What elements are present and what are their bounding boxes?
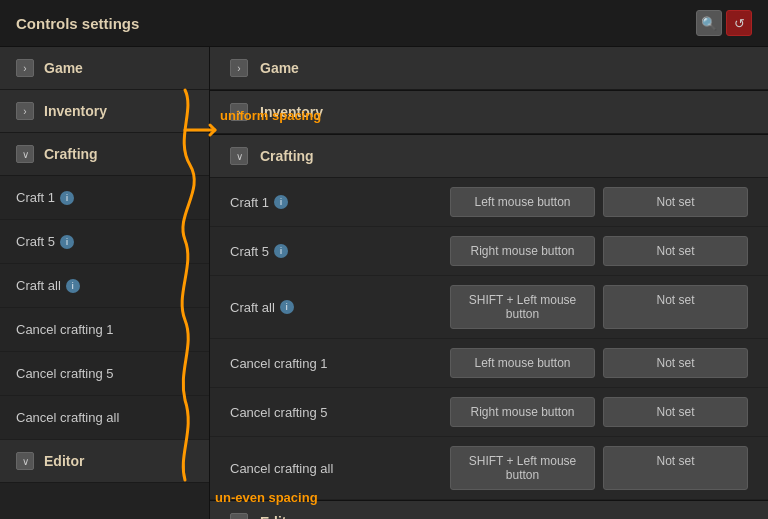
inventory-section-label: Inventory bbox=[260, 104, 323, 120]
crafting-section-arrow: ∨ bbox=[230, 147, 248, 165]
crafting-section-label: Crafting bbox=[260, 148, 314, 164]
craftall-bindings: SHIFT + Left mouse buttonNot set bbox=[450, 285, 748, 329]
sidebar-item-editor[interactable]: ∨ Editor bbox=[0, 440, 209, 483]
craftall-label: Craft alli bbox=[230, 300, 450, 315]
cancelcraft5-primary-btn[interactable]: Right mouse button bbox=[450, 397, 595, 427]
crafting-arrow: ∨ bbox=[16, 145, 34, 163]
editor-arrow: ∨ bbox=[16, 452, 34, 470]
game-section: › Game bbox=[210, 47, 768, 91]
crafting-row-craft1: Craft 1iLeft mouse buttonNot set bbox=[210, 178, 768, 227]
cancelcraft1-primary-btn[interactable]: Left mouse button bbox=[450, 348, 595, 378]
sidebar-craft1-label: Craft 1 i bbox=[16, 190, 176, 205]
editor-section-header[interactable]: ∨ Editor bbox=[210, 501, 768, 519]
crafting-row-craftall: Craft alliSHIFT + Left mouse buttonNot s… bbox=[210, 276, 768, 339]
craft1-info-icon[interactable]: i bbox=[60, 191, 74, 205]
title-bar: Controls settings 🔍 ↺ bbox=[0, 0, 768, 47]
sidebar-item-inventory[interactable]: › Inventory bbox=[0, 90, 209, 133]
game-arrow: › bbox=[16, 59, 34, 77]
sidebar-cancelcraft5-label: Cancel crafting 5 bbox=[16, 366, 176, 381]
sidebar-cancelcraftall-row: Cancel crafting all bbox=[0, 396, 209, 440]
craft1-secondary-btn[interactable]: Not set bbox=[603, 187, 748, 217]
inventory-label: Inventory bbox=[44, 103, 107, 119]
craft5-bindings: Right mouse buttonNot set bbox=[450, 236, 748, 266]
cancelcraftall-label: Cancel crafting all bbox=[230, 461, 450, 476]
crafting-content: Craft 1 i Craft 5 i Craft all i bbox=[0, 176, 209, 440]
crafting-row-cancelcraft5: Cancel crafting 5Right mouse buttonNot s… bbox=[210, 388, 768, 437]
cancelcraftall-bindings: SHIFT + Left mouse buttonNot set bbox=[450, 446, 748, 490]
cancelcraft1-label: Cancel crafting 1 bbox=[230, 356, 450, 371]
inventory-section-header[interactable]: › Inventory bbox=[210, 91, 768, 134]
content-area: › Game › Inventory ∨ Crafting Craft 1 bbox=[0, 47, 768, 519]
craft5-secondary-btn[interactable]: Not set bbox=[603, 236, 748, 266]
search-button[interactable]: 🔍 bbox=[696, 10, 722, 36]
sidebar-craftall-row: Craft all i bbox=[0, 264, 209, 308]
sidebar-item-crafting[interactable]: ∨ Crafting bbox=[0, 133, 209, 176]
crafting-row-cancelcraft1: Cancel crafting 1Left mouse buttonNot se… bbox=[210, 339, 768, 388]
craftall-secondary-btn[interactable]: Not set bbox=[603, 285, 748, 329]
cancelcraftall-primary-btn[interactable]: SHIFT + Left mouse button bbox=[450, 446, 595, 490]
crafting-section: ∨ Crafting Craft 1iLeft mouse buttonNot … bbox=[210, 135, 768, 501]
craftall-info-icon[interactable]: i bbox=[280, 300, 294, 314]
inventory-arrow: › bbox=[16, 102, 34, 120]
sidebar-cancelcraft1-label: Cancel crafting 1 bbox=[16, 322, 176, 337]
cancelcraft5-secondary-btn[interactable]: Not set bbox=[603, 397, 748, 427]
inventory-section: › Inventory bbox=[210, 91, 768, 135]
craftall-info-icon[interactable]: i bbox=[66, 279, 80, 293]
sidebar-cancelcraft5-row: Cancel crafting 5 bbox=[0, 352, 209, 396]
sidebar-item-game[interactable]: › Game bbox=[0, 47, 209, 90]
sidebar: › Game › Inventory ∨ Crafting Craft 1 bbox=[0, 47, 210, 519]
crafting-row-craft5: Craft 5iRight mouse buttonNot set bbox=[210, 227, 768, 276]
craft5-label: Craft 5i bbox=[230, 244, 450, 259]
sidebar-craft1-row: Craft 1 i bbox=[0, 176, 209, 220]
window-title: Controls settings bbox=[16, 15, 139, 32]
inventory-section-arrow: › bbox=[230, 103, 248, 121]
game-section-header[interactable]: › Game bbox=[210, 47, 768, 90]
editor-label: Editor bbox=[44, 453, 84, 469]
craftall-primary-btn[interactable]: SHIFT + Left mouse button bbox=[450, 285, 595, 329]
craft5-info-icon[interactable]: i bbox=[60, 235, 74, 249]
sidebar-cancelcraftall-label: Cancel crafting all bbox=[16, 410, 176, 425]
craft1-bindings: Left mouse buttonNot set bbox=[450, 187, 748, 217]
crafting-rows-container: Craft 1iLeft mouse buttonNot setCraft 5i… bbox=[210, 178, 768, 500]
cancelcraft1-secondary-btn[interactable]: Not set bbox=[603, 348, 748, 378]
game-section-arrow: › bbox=[230, 59, 248, 77]
crafting-label: Crafting bbox=[44, 146, 98, 162]
sidebar-cancelcraft1-row: Cancel crafting 1 bbox=[0, 308, 209, 352]
cancelcraftall-secondary-btn[interactable]: Not set bbox=[603, 446, 748, 490]
craft5-info-icon[interactable]: i bbox=[274, 244, 288, 258]
craft1-label: Craft 1i bbox=[230, 195, 450, 210]
cancelcraft5-bindings: Right mouse buttonNot set bbox=[450, 397, 748, 427]
craft5-primary-btn[interactable]: Right mouse button bbox=[450, 236, 595, 266]
sidebar-crafting-section: ∨ Crafting Craft 1 i Craft 5 i bbox=[0, 133, 209, 440]
craft1-info-icon[interactable]: i bbox=[274, 195, 288, 209]
editor-section: ∨ Editor bbox=[210, 501, 768, 519]
craft1-primary-btn[interactable]: Left mouse button bbox=[450, 187, 595, 217]
cancelcraft1-bindings: Left mouse buttonNot set bbox=[450, 348, 748, 378]
reset-button[interactable]: ↺ bbox=[726, 10, 752, 36]
controls-settings-window: Controls settings 🔍 ↺ › Game › Inventory… bbox=[0, 0, 768, 519]
editor-section-label: Editor bbox=[260, 514, 300, 519]
cancelcraft5-label: Cancel crafting 5 bbox=[230, 405, 450, 420]
crafting-section-header[interactable]: ∨ Crafting bbox=[210, 135, 768, 178]
game-section-label: Game bbox=[260, 60, 299, 76]
main-panel: › Game › Inventory ∨ Crafting Cr bbox=[210, 47, 768, 519]
sidebar-craft5-row: Craft 5 i bbox=[0, 220, 209, 264]
sidebar-craftall-label: Craft all i bbox=[16, 278, 176, 293]
game-label: Game bbox=[44, 60, 83, 76]
editor-section-arrow: ∨ bbox=[230, 513, 248, 519]
sidebar-craft5-label: Craft 5 i bbox=[16, 234, 176, 249]
title-icons: 🔍 ↺ bbox=[696, 10, 752, 36]
crafting-row-cancelcraftall: Cancel crafting allSHIFT + Left mouse bu… bbox=[210, 437, 768, 500]
